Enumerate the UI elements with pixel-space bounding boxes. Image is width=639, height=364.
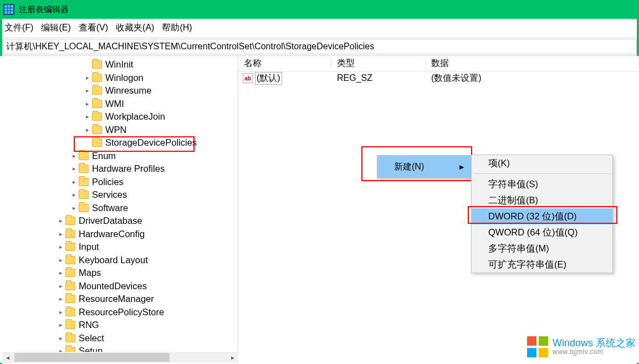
tree-item-label: ResourceManager	[79, 293, 154, 306]
tree-item[interactable]: ▸Keyboard Layout	[0, 254, 238, 267]
chevron-right-icon[interactable]: ▸	[83, 71, 92, 85]
tree-item-label: Winresume	[105, 84, 151, 98]
menu-bar: 文件(F) 编辑(E) 查看(V) 收藏夹(A) 帮助(H)	[0, 19, 639, 38]
folder-icon	[79, 165, 89, 173]
tree-item[interactable]: ▸Enum	[0, 150, 238, 163]
tree-item-label: Services	[92, 188, 127, 202]
scroll-thumb[interactable]	[14, 353, 170, 362]
main-split: WinInit▸Winlogon▸Winresume▸WMI▸Workplace…	[0, 55, 639, 363]
menu-edit[interactable]: 编辑(E)	[41, 22, 70, 34]
tree-item[interactable]: ▸HardwareConfig	[0, 228, 238, 241]
submenu-item-qword[interactable]: QWORD (64 位)值(Q)	[472, 224, 612, 240]
tree-pane[interactable]: WinInit▸Winlogon▸Winresume▸WMI▸Workplace…	[0, 56, 238, 363]
chevron-right-icon[interactable]: ▸	[57, 293, 65, 306]
menu-favorites[interactable]: 收藏夹(A)	[116, 22, 154, 34]
submenu-item-multi[interactable]: 多字符串值(M)	[472, 240, 612, 257]
tree-item[interactable]: ▸Policies	[0, 176, 238, 189]
chevron-right-icon[interactable]: ▸	[57, 266, 65, 280]
col-name[interactable]: 名称	[238, 58, 331, 69]
chevron-right-icon[interactable]: ▸	[57, 240, 65, 254]
chevron-right-icon[interactable]: ▸	[57, 332, 65, 345]
chevron-right-icon[interactable]: ▸	[83, 98, 92, 111]
tree-item-label: WPN	[105, 124, 127, 137]
scroll-track[interactable]	[13, 352, 227, 363]
tree-item[interactable]: ▸Input	[0, 240, 238, 254]
folder-icon	[79, 204, 89, 212]
scroll-left-icon[interactable]: ◄	[2, 352, 13, 363]
submenu-item-dword[interactable]: DWORD (32 位)值(D)	[472, 208, 612, 224]
tree-item[interactable]: ▸MountedDevices	[0, 280, 238, 293]
chevron-right-icon[interactable]: ▸	[57, 280, 65, 293]
chevron-right-icon[interactable]: ▸	[70, 162, 79, 176]
tree-item-label: MountedDevices	[79, 280, 147, 293]
folder-icon	[92, 86, 102, 95]
folder-icon	[92, 112, 102, 121]
tree-item[interactable]: ▸Software	[0, 202, 238, 215]
context-submenu-new[interactable]: 项(K) 字符串值(S) 二进制值(B) DWORD (32 位)值(D) QW…	[471, 155, 613, 273]
menu-file[interactable]: 文件(F)	[4, 22, 33, 34]
folder-icon	[65, 256, 75, 264]
chevron-right-icon[interactable]: ▸	[70, 188, 79, 202]
context-menu-new[interactable]: 新建(N) ▶	[377, 155, 471, 178]
chevron-right-icon[interactable]: ▸	[57, 214, 65, 228]
submenu-item-key[interactable]: 项(K)	[472, 155, 612, 171]
context-item-new[interactable]: 新建(N) ▶	[377, 156, 471, 178]
chevron-right-icon[interactable]: ▸	[57, 319, 65, 332]
tree-item[interactable]: ▸WMI	[0, 98, 238, 111]
menu-view[interactable]: 查看(V)	[79, 22, 108, 34]
values-header: 名称 类型 数据	[238, 56, 639, 71]
folder-icon	[92, 74, 102, 82]
chevron-right-icon[interactable]: ▸	[70, 150, 79, 163]
tree-item-label: DriverDatabase	[79, 214, 142, 228]
tree-item[interactable]: ▸Select	[0, 332, 238, 345]
col-type[interactable]: 类型	[331, 58, 426, 69]
chevron-right-icon[interactable]: ▸	[57, 306, 65, 319]
tree-item[interactable]: ▸WPN	[0, 124, 238, 137]
folder-icon	[65, 308, 75, 316]
tree-item-label: Keyboard Layout	[79, 254, 148, 267]
chevron-right-icon[interactable]: ▸	[83, 110, 92, 124]
chevron-right-icon[interactable]: ▸	[57, 228, 65, 241]
value-type: REG_SZ	[331, 73, 426, 83]
tree-item-label: Enum	[92, 150, 116, 163]
context-item-new-label: 新建(N)	[394, 161, 424, 173]
title-bar: 注册表编辑器	[0, 0, 639, 19]
chevron-right-icon[interactable]: ▸	[83, 84, 92, 98]
submenu-item-expand[interactable]: 可扩充字符串值(E)	[472, 257, 612, 273]
tree-item[interactable]: ▸Hardware Profiles	[0, 162, 238, 176]
menu-help[interactable]: 帮助(H)	[162, 22, 192, 34]
folder-icon	[65, 282, 75, 290]
value-row[interactable]: ab(默认)REG_SZ(数值未设置)	[238, 71, 639, 85]
registry-tree[interactable]: WinInit▸Winlogon▸Winresume▸WMI▸Workplace…	[0, 56, 238, 363]
chevron-right-icon[interactable]: ▸	[83, 124, 92, 137]
chevron-right-icon[interactable]: ▸	[57, 254, 65, 267]
col-data[interactable]: 数据	[426, 58, 639, 69]
tree-item[interactable]: ▸DriverDatabase	[0, 214, 238, 228]
folder-icon	[65, 243, 75, 251]
tree-item[interactable]: ▸WorkplaceJoin	[0, 110, 238, 124]
scroll-right-icon[interactable]: ►	[227, 352, 238, 363]
tree-item-label: Hardware Profiles	[92, 162, 165, 176]
folder-icon	[65, 269, 75, 277]
address-text: 计算机\HKEY_LOCAL_MACHINE\SYSTEM\CurrentCon…	[6, 41, 374, 53]
chevron-right-icon[interactable]: ▸	[70, 202, 79, 215]
folder-icon	[65, 321, 75, 329]
submenu-item-string[interactable]: 字符串值(S)	[472, 176, 612, 192]
address-bar[interactable]: 计算机\HKEY_LOCAL_MACHINE\SYSTEM\CurrentCon…	[2, 39, 637, 54]
tree-scrollbar-horizontal[interactable]: ◄ ►	[2, 352, 238, 363]
values-pane[interactable]: 名称 类型 数据 ab(默认)REG_SZ(数值未设置) 新建(N) ▶ 项(K…	[238, 56, 639, 363]
tree-item[interactable]: ▸Winlogon	[0, 71, 238, 85]
chevron-right-icon[interactable]: ▸	[70, 176, 79, 189]
string-value-icon: ab	[243, 73, 253, 83]
tree-item[interactable]: ▸Maps	[0, 266, 238, 280]
chevron-right-icon: ▶	[459, 163, 464, 171]
tree-item[interactable]: ▸ResourceManager	[0, 293, 238, 306]
tree-item[interactable]: ▸Winresume	[0, 84, 238, 98]
tree-item[interactable]: StorageDevicePolicies	[0, 136, 238, 150]
tree-item-label: Input	[79, 240, 99, 254]
tree-item[interactable]: WinInit	[0, 58, 238, 71]
submenu-item-binary[interactable]: 二进制值(B)	[472, 192, 612, 208]
tree-item[interactable]: ▸RNG	[0, 319, 238, 332]
tree-item[interactable]: ▸ResourcePolicyStore	[0, 306, 238, 319]
tree-item[interactable]: ▸Services	[0, 188, 238, 202]
